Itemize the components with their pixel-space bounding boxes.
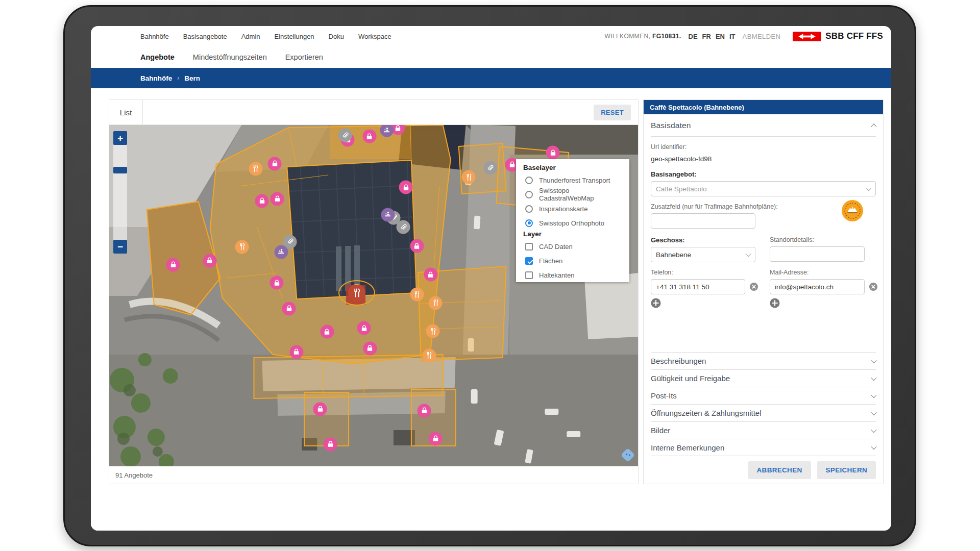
nav-admin[interactable]: Admin xyxy=(241,33,260,40)
lang-fr[interactable]: FR xyxy=(702,33,711,40)
map-marker-shopping[interactable] xyxy=(271,192,284,206)
layer-panel: Baselayer Thunderforest Transport Swisst… xyxy=(516,159,629,282)
breadcrumb-root[interactable]: Bahnhöfe xyxy=(140,74,172,82)
zoom-slider-track[interactable] xyxy=(113,145,127,240)
layer-haltekanten[interactable]: Haltekanten xyxy=(523,268,624,282)
add-telefon-icon[interactable] xyxy=(651,298,661,308)
layer-title: Layer xyxy=(523,230,624,238)
map-marker-shopping[interactable] xyxy=(289,345,303,359)
lang-it[interactable]: IT xyxy=(729,33,736,40)
save-button[interactable]: SPEICHERN xyxy=(817,461,876,479)
radio-icon[interactable] xyxy=(525,191,533,198)
radio-icon[interactable] xyxy=(525,205,533,213)
tab-angebote[interactable]: Angebote xyxy=(140,53,175,61)
map-marker-shopping[interactable] xyxy=(203,254,216,267)
zusatzfeld-input[interactable] xyxy=(651,213,755,229)
map-marker-food[interactable] xyxy=(422,348,436,362)
accordion-bilder[interactable]: Bilder xyxy=(651,421,876,439)
map-marker-shopping[interactable] xyxy=(363,341,377,355)
baselayer-cadastralwebmap[interactable]: Swisstopo CadastralWebMap xyxy=(523,187,624,202)
map-marker-attachment[interactable] xyxy=(397,220,410,234)
mail-input[interactable] xyxy=(770,279,865,294)
checkbox-icon[interactable] xyxy=(525,271,533,279)
map-marker-food[interactable] xyxy=(235,240,249,254)
chevron-down-icon xyxy=(871,374,876,380)
clear-telefon-icon[interactable] xyxy=(749,282,758,291)
chevron-down-icon xyxy=(745,251,751,257)
telefon-label: Telefon: xyxy=(651,269,755,276)
nav-doku[interactable]: Doku xyxy=(329,33,344,40)
cancel-button[interactable]: ABBRECHEN xyxy=(748,461,811,479)
nav-einstellungen[interactable]: Einstellungen xyxy=(275,33,314,40)
standortdetails-label: Standortdetails: xyxy=(770,236,876,243)
map-view[interactable]: + − Baselayer Thunderforest Transport xyxy=(109,125,638,466)
zoom-in-button[interactable]: + xyxy=(113,131,127,145)
map-marker-shopping[interactable] xyxy=(399,181,413,194)
layer-flaechen[interactable]: Flächen xyxy=(523,254,624,268)
accordion-gueltigkeit-und-freigabe[interactable]: Gültigkeit und Freigabe xyxy=(651,369,876,387)
radio-icon[interactable] xyxy=(525,177,533,184)
tablet-frame: Bahnhöfe Basisangebote Admin Einstellung… xyxy=(63,5,916,546)
map-marker-food[interactable] xyxy=(249,162,262,176)
map-marker-shopping[interactable] xyxy=(418,404,431,417)
telefon-input[interactable] xyxy=(651,279,745,294)
map-marker-shopping[interactable] xyxy=(255,194,269,208)
lang-en[interactable]: EN xyxy=(716,33,725,40)
basisangebot-select[interactable]: Caffè Spettacolo xyxy=(651,181,876,196)
map-marker-shopping[interactable] xyxy=(410,239,424,253)
map-marker-shopping[interactable] xyxy=(282,302,296,315)
map-marker-shopping[interactable] xyxy=(324,437,337,451)
add-mail-icon[interactable] xyxy=(770,298,780,308)
map-marker-shopping[interactable] xyxy=(320,325,334,339)
map-marker-food-selected[interactable] xyxy=(348,284,365,302)
map-marker-food[interactable] xyxy=(429,296,443,310)
accordion-oeffnungszeiten-zahlungsmittel[interactable]: Öffnungszeiten & Zahlungsmittel xyxy=(651,404,876,421)
map-marker-service[interactable] xyxy=(381,208,395,221)
map-marker-shopping[interactable] xyxy=(268,157,282,170)
accordion-post-its[interactable]: Post-Its xyxy=(651,387,876,404)
nav-basisangebote[interactable]: Basisangebote xyxy=(183,33,227,40)
map-marker-attachment[interactable] xyxy=(483,161,497,175)
list-tab[interactable]: List xyxy=(109,100,143,124)
radio-icon[interactable] xyxy=(525,219,533,227)
map-marker-attachment[interactable] xyxy=(338,129,352,142)
zoom-out-button[interactable]: − xyxy=(113,240,127,254)
tab-exportieren[interactable]: Exportieren xyxy=(285,53,323,61)
map-marker-shopping[interactable] xyxy=(270,276,284,290)
map-marker-shopping[interactable] xyxy=(166,258,180,271)
map-marker-shopping[interactable] xyxy=(362,130,376,143)
accordion-beschreibungen[interactable]: Beschreibungen xyxy=(651,352,876,369)
map-marker-food[interactable] xyxy=(410,288,424,302)
accordion-interne-bemerkungen[interactable]: Interne Bemerkungen xyxy=(651,439,876,456)
clear-mail-icon[interactable] xyxy=(869,282,878,291)
baselayer-inspirationskarte[interactable]: Inspirationskarte xyxy=(523,202,624,216)
brand-name: SBB CFF FFS xyxy=(825,31,883,41)
nav-bahnhoefe[interactable]: Bahnhöfe xyxy=(140,33,169,40)
standortdetails-input[interactable] xyxy=(770,246,865,262)
section-basisdaten[interactable]: Basisdaten xyxy=(651,114,876,137)
accordion-list: Beschreibungen Gültigkeit und Freigabe P… xyxy=(651,352,876,456)
baselayer-thunderforest[interactable]: Thunderforest Transport xyxy=(523,173,624,187)
lang-de[interactable]: DE xyxy=(689,33,698,40)
welcome-text: WILLKOMMEN, FG10831. xyxy=(604,33,681,40)
map-marker-shopping[interactable] xyxy=(546,146,560,160)
checkbox-icon[interactable] xyxy=(525,257,533,265)
reset-button[interactable]: RESET xyxy=(594,105,631,120)
tab-mindestoeffnungszeiten[interactable]: Mindestöffnungszeiten xyxy=(193,53,267,61)
map-marker-food[interactable] xyxy=(426,324,440,338)
map-marker-shopping[interactable] xyxy=(357,321,371,335)
map-marker-shopping[interactable] xyxy=(313,402,327,416)
map-marker-shopping[interactable] xyxy=(424,268,437,282)
baselayer-orthophoto[interactable]: Swisstopo Orthophoto xyxy=(523,216,624,230)
map-marker-food[interactable] xyxy=(462,170,476,184)
geschoss-select[interactable]: Bahnebene xyxy=(651,247,755,262)
map-marker-service[interactable] xyxy=(274,245,288,259)
nav-workspace[interactable]: Workspace xyxy=(358,33,391,40)
zoom-slider-handle[interactable] xyxy=(113,167,127,173)
layer-cad-daten[interactable]: CAD Daten xyxy=(523,239,624,254)
logout-link[interactable]: ABMELDEN xyxy=(743,33,781,40)
map-marker-shopping[interactable] xyxy=(429,432,443,445)
url-identifier-value: geo-spettacolo-fd98 xyxy=(651,155,876,163)
geschoss-label: Geschoss: xyxy=(651,236,755,244)
checkbox-icon[interactable] xyxy=(525,243,533,251)
